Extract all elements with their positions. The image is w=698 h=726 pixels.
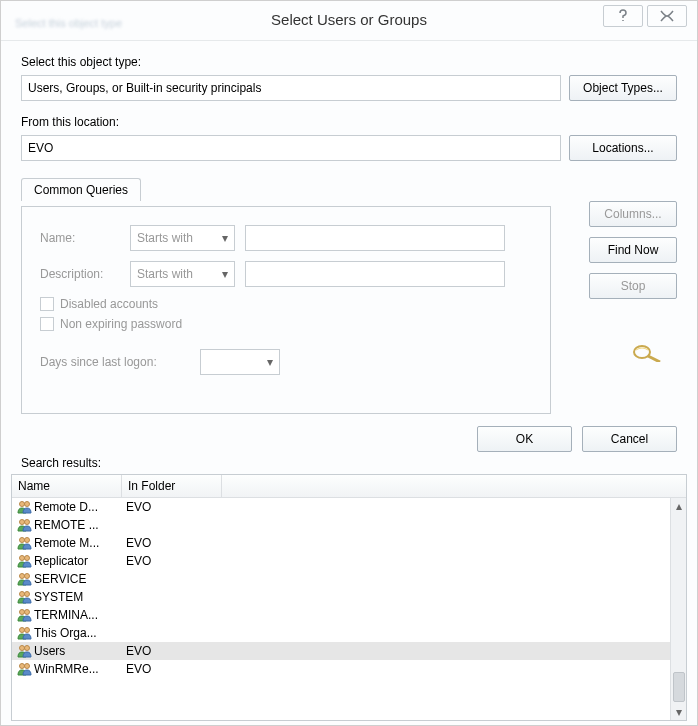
columns-button[interactable]: Columns... — [589, 201, 677, 227]
group-icon — [16, 625, 34, 641]
search-results-table: Name In Folder Remote D...EVOREMOTE ...R… — [11, 474, 687, 721]
result-name: Remote M... — [34, 536, 126, 550]
result-name: Users — [34, 644, 126, 658]
table-row[interactable]: WinRMRe...EVO — [12, 660, 686, 678]
disabled-accounts-checkbox[interactable] — [40, 297, 54, 311]
object-type-field[interactable] — [21, 75, 561, 101]
result-name: Remote D... — [34, 500, 126, 514]
group-icon — [16, 499, 34, 515]
group-icon — [16, 571, 34, 587]
table-row[interactable]: UsersEVO — [12, 642, 686, 660]
svg-point-4 — [25, 520, 30, 525]
non-expiring-password-checkbox[interactable] — [40, 317, 54, 331]
select-users-groups-dialog: Select this object type Select Users or … — [0, 0, 698, 726]
svg-point-8 — [25, 556, 30, 561]
locations-button[interactable]: Locations... — [569, 135, 677, 161]
title-bar: Select this object type Select Users or … — [1, 1, 697, 41]
svg-point-10 — [25, 574, 30, 579]
group-icon — [16, 589, 34, 605]
svg-point-5 — [20, 538, 25, 543]
cancel-button[interactable]: Cancel — [582, 426, 677, 452]
result-name: REMOTE ... — [34, 518, 126, 532]
scroll-up-icon[interactable]: ▴ — [672, 498, 686, 514]
search-actions: Columns... Find Now Stop — [589, 201, 677, 299]
result-folder: EVO — [126, 662, 226, 676]
query-desc-match-combo[interactable]: Starts with▾ — [130, 261, 235, 287]
help-button[interactable] — [603, 5, 643, 27]
result-folder: EVO — [126, 644, 226, 658]
scroll-thumb[interactable] — [673, 672, 685, 702]
table-row[interactable]: SYSTEM — [12, 588, 686, 606]
svg-point-1 — [20, 502, 25, 507]
svg-point-20 — [25, 664, 30, 669]
svg-point-13 — [20, 610, 25, 615]
svg-point-19 — [20, 664, 25, 669]
close-icon — [660, 10, 674, 22]
query-name-label: Name: — [40, 231, 120, 245]
result-name: Replicator — [34, 554, 126, 568]
table-row[interactable]: This Orga... — [12, 624, 686, 642]
location-label: From this location: — [21, 115, 677, 129]
chevron-down-icon: ▾ — [267, 355, 273, 369]
svg-point-11 — [20, 592, 25, 597]
svg-point-17 — [20, 646, 25, 651]
group-icon — [16, 643, 34, 659]
stop-button[interactable]: Stop — [589, 273, 677, 299]
svg-point-3 — [20, 520, 25, 525]
result-name: TERMINA... — [34, 608, 126, 622]
close-button[interactable] — [647, 5, 687, 27]
results-scrollbar[interactable]: ▴ ▾ — [670, 498, 686, 720]
group-icon — [16, 553, 34, 569]
result-folder: EVO — [126, 554, 226, 568]
dialog-title: Select Users or Groups — [1, 11, 697, 28]
table-row[interactable]: TERMINA... — [12, 606, 686, 624]
svg-point-9 — [20, 574, 25, 579]
query-desc-label: Description: — [40, 267, 120, 281]
table-row[interactable]: SERVICE — [12, 570, 686, 588]
find-now-button[interactable]: Find Now — [589, 237, 677, 263]
table-row[interactable]: REMOTE ... — [12, 516, 686, 534]
dialog-buttons: OK Cancel — [1, 414, 697, 456]
help-icon — [617, 9, 629, 23]
result-name: This Orga... — [34, 626, 126, 640]
object-types-button[interactable]: Object Types... — [569, 75, 677, 101]
group-icon — [16, 535, 34, 551]
days-since-logon-label: Days since last logon: — [40, 355, 190, 369]
table-row[interactable]: Remote D...EVO — [12, 498, 686, 516]
disabled-accounts-label: Disabled accounts — [60, 297, 158, 311]
svg-point-6 — [25, 538, 30, 543]
location-field[interactable] — [21, 135, 561, 161]
common-queries-panel: Name: Starts with▾ Description: Starts w… — [21, 206, 551, 414]
tab-common-queries[interactable]: Common Queries — [21, 178, 141, 201]
svg-point-14 — [25, 610, 30, 615]
result-folder: EVO — [126, 536, 226, 550]
results-list: Remote D...EVOREMOTE ...Remote M...EVORe… — [12, 498, 686, 720]
svg-point-7 — [20, 556, 25, 561]
result-name: WinRMRe... — [34, 662, 126, 676]
header-in-folder[interactable]: In Folder — [122, 475, 222, 497]
scroll-down-icon[interactable]: ▾ — [672, 704, 686, 720]
query-name-match-combo[interactable]: Starts with▾ — [130, 225, 235, 251]
search-icon — [629, 341, 669, 363]
table-row[interactable]: ReplicatorEVO — [12, 552, 686, 570]
table-headers: Name In Folder — [12, 475, 686, 498]
days-since-logon-combo[interactable]: ▾ — [200, 349, 280, 375]
svg-point-12 — [25, 592, 30, 597]
group-icon — [16, 607, 34, 623]
group-icon — [16, 517, 34, 533]
result-folder: EVO — [126, 500, 226, 514]
table-row[interactable]: Remote M...EVO — [12, 534, 686, 552]
header-name[interactable]: Name — [12, 475, 122, 497]
svg-point-15 — [20, 628, 25, 633]
ok-button[interactable]: OK — [477, 426, 572, 452]
svg-point-16 — [25, 628, 30, 633]
non-expiring-password-label: Non expiring password — [60, 317, 182, 331]
object-type-label: Select this object type: — [21, 55, 677, 69]
result-name: SYSTEM — [34, 590, 126, 604]
svg-point-18 — [25, 646, 30, 651]
query-desc-input[interactable] — [245, 261, 505, 287]
query-name-input[interactable] — [245, 225, 505, 251]
search-results-label: Search results: — [1, 456, 697, 470]
chevron-down-icon: ▾ — [222, 267, 228, 281]
svg-point-2 — [25, 502, 30, 507]
